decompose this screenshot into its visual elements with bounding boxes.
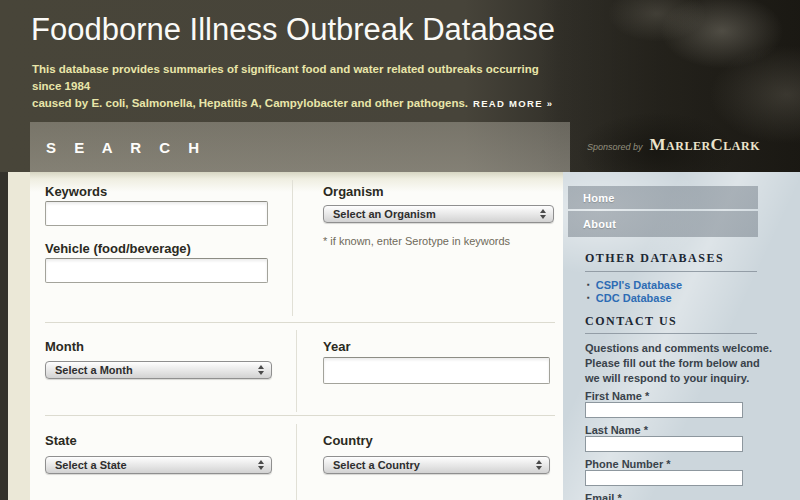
header-banner: Foodborne Illness Outbreak Database This… [0,0,800,172]
sidebar-item-home[interactable]: Home [568,186,758,209]
sidebar-item-about[interactable]: About [568,211,758,237]
country-label: Country [323,433,373,448]
contact-intro-text: Questions and comments welcome. Please f… [585,341,773,386]
month-select[interactable]: Select a Month [45,361,272,379]
search-heading: S E A R C H [30,139,206,156]
select-stepper-icon [258,365,264,375]
sidebar: Home About OTHER DATABASES ▪ CSPI's Data… [563,172,800,500]
sidebar-divider [585,333,757,334]
first-name-input[interactable] [585,402,743,418]
year-label: Year [323,339,350,354]
sidebar-divider [585,271,757,272]
bullet-icon: ▪ [587,294,590,302]
sponsored-by-label: Sponsored by [587,142,643,152]
organism-label: Organism [323,184,384,199]
left-dark-edge [0,172,8,500]
search-form: Keywords Organism Select an Organism * i… [30,172,563,500]
keywords-input[interactable] [45,201,268,226]
marlerclark-logo[interactable]: MarlerClark [650,135,761,155]
page: Foodborne Illness Outbreak Database This… [0,0,800,500]
contact-us-heading: CONTACT US [585,314,677,329]
state-select[interactable]: Select a State [45,456,272,474]
state-selected-value: Select a State [55,459,127,471]
list-item[interactable]: ▪ CDC Database [587,292,672,304]
country-selected-value: Select a Country [333,459,420,471]
read-more-link[interactable]: READ MORE » [473,98,553,109]
column-divider [296,424,297,500]
section-divider [45,322,555,323]
column-divider [292,180,293,316]
section-divider [45,415,555,416]
site-description-line1: This database provides summaries of sign… [32,61,562,95]
vehicle-input[interactable] [45,258,268,283]
country-select[interactable]: Select a Country [323,456,550,474]
organism-select[interactable]: Select an Organism [323,205,554,223]
last-name-label: Last Name * [585,424,648,436]
month-label: Month [45,339,84,354]
other-databases-heading: OTHER DATABASES [585,251,724,266]
select-stepper-icon [258,460,264,470]
bullet-icon: ▪ [587,281,590,289]
list-item[interactable]: ▪ CSPI's Database [587,279,682,291]
serotype-note: * if known, enter Serotype in keywords [323,235,510,247]
site-description: This database provides summaries of sign… [32,61,562,112]
search-section-bar: S E A R C H [30,122,570,172]
email-label: Email * [585,492,622,500]
organism-selected-value: Select an Organism [333,208,436,220]
phone-number-input[interactable] [585,470,743,486]
cdc-database-link[interactable]: CDC Database [596,292,672,304]
first-name-label: First Name * [585,390,649,402]
select-stepper-icon [540,209,546,219]
cspi-database-link[interactable]: CSPI's Database [596,279,682,291]
last-name-input[interactable] [585,436,743,452]
vehicle-label: Vehicle (food/beverage) [45,241,191,256]
keywords-label: Keywords [45,184,107,199]
select-stepper-icon [536,460,542,470]
page-title: Foodborne Illness Outbreak Database [31,12,555,48]
state-label: State [45,433,77,448]
site-description-line2: caused by E. coli, Salmonella, Hepatitis… [32,95,562,112]
sponsor-block: Sponsored by MarlerClark [587,135,760,155]
year-input[interactable] [323,357,550,384]
phone-number-label: Phone Number * [585,458,671,470]
month-selected-value: Select a Month [55,364,133,376]
left-cream-strip [8,172,30,500]
column-divider [296,330,297,412]
